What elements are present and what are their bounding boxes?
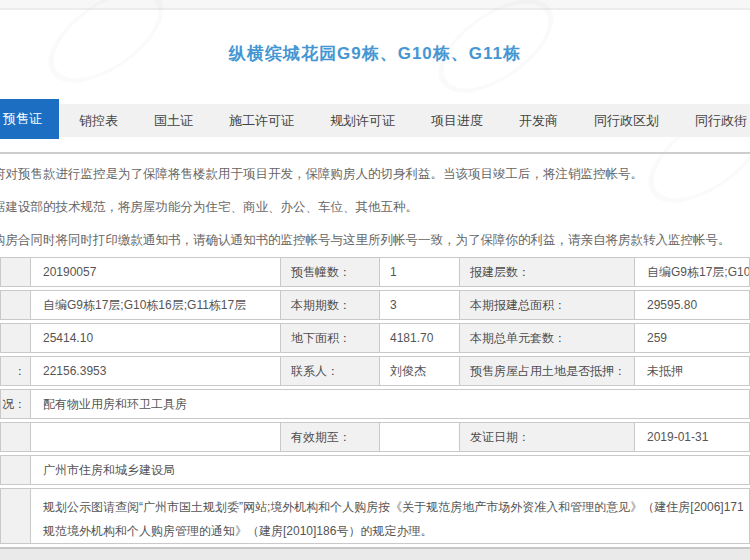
row-label-cell xyxy=(0,257,31,287)
row-label-cell xyxy=(0,488,31,544)
empty-value-cell xyxy=(30,422,281,452)
tab-presale-cert[interactable]: 预售证 xyxy=(0,99,59,139)
table-row: 广州市住房和城乡建设局 xyxy=(0,455,750,485)
tab-same-district[interactable]: 同行政区划 xyxy=(576,104,677,137)
issuing-authority-value: 广州市住房和城乡建设局 xyxy=(30,455,750,485)
tab-developer[interactable]: 开发商 xyxy=(501,104,576,137)
underground-area-label: 地下面积： xyxy=(280,323,380,353)
valid-until-label: 有效期至： xyxy=(280,422,380,452)
tab-bar: 预售证 销控表 国土证 施工许可证 规划许可证 项目进度 开发商 同行政区划 同… xyxy=(0,104,750,137)
other-notes-line2: 规范境外机构和个人购房管理的通知》（建房[2010]186号）的规定办理。 xyxy=(43,519,749,543)
tab-planning-permit[interactable]: 规划许可证 xyxy=(312,104,413,137)
content-divider xyxy=(0,152,750,154)
total-units-value: 259 xyxy=(634,323,750,353)
row-label-cell: ： xyxy=(0,356,31,386)
note-line: 府对预售款进行监控是为了保障将售楼款用于项目开发，保障购房人的切身利益。当该项目… xyxy=(0,166,750,182)
table-row: 25414.10 地下面积： 4181.70 本期总单元套数： 259 xyxy=(0,323,750,353)
issue-date-value: 2019-01-31 xyxy=(634,422,750,452)
reported-floors-value: 自编G9栋17层;G10栋 xyxy=(634,257,750,287)
presale-building-count-label: 预售幢数： xyxy=(280,257,380,287)
phase-total-area-label: 本期报建总面积： xyxy=(459,290,635,320)
presale-info-table: 20190057 预售幢数： 1 报建层数： 自编G9栋17层;G10栋 自编G… xyxy=(0,257,750,547)
row-label-cell: 况： xyxy=(0,389,31,419)
underground-area-value: 4181.70 xyxy=(379,323,460,353)
table-row: 20190057 预售幢数： 1 报建层数： 自编G9栋17层;G10栋 xyxy=(0,257,750,287)
phase-number-label: 本期期数： xyxy=(280,290,380,320)
phase-number-value: 3 xyxy=(379,290,460,320)
issue-date-label: 发证日期： xyxy=(459,422,635,452)
land-mortgage-label: 预售房屋占用土地是否抵押： xyxy=(459,356,635,386)
page-title: 纵横缤城花园G9栋、G10栋、G11栋 xyxy=(0,42,750,65)
tab-project-progress[interactable]: 项目进度 xyxy=(413,104,501,137)
row-label-cell xyxy=(0,323,31,353)
presale-area-value: 25414.10 xyxy=(30,323,281,353)
table-row: 规划公示图请查阅“广州市国土规划委”网站;境外机构和个人购房按《关于规范房地产市… xyxy=(0,488,750,544)
row-label-cell xyxy=(0,422,31,452)
other-notes-line1: 规划公示图请查阅“广州市国土规划委”网站;境外机构和个人购房按《关于规范房地产市… xyxy=(43,495,749,519)
land-mortgage-value: 未抵押 xyxy=(634,356,750,386)
phase-total-area-value: 29595.80 xyxy=(634,290,750,320)
note-line: 据建设部的技术规范，将房屋功能分为住宅、商业、办公、车位、其他五种。 xyxy=(0,199,750,215)
presale-building-count-value: 1 xyxy=(379,257,460,287)
presale-cert-no-value: 20190057 xyxy=(30,257,281,287)
bottom-band xyxy=(0,549,750,560)
table-row: 况： 配有物业用房和环卫工具房 xyxy=(0,389,750,419)
facilities-value: 配有物业用房和环卫工具房 xyxy=(30,389,750,419)
tab-sales-control-table[interactable]: 销控表 xyxy=(61,104,136,137)
tab-land-cert[interactable]: 国土证 xyxy=(136,104,211,137)
table-row: ： 22156.3953 联系人： 刘俊杰 预售房屋占用土地是否抵押： 未抵押 xyxy=(0,356,750,386)
contact-person-value: 刘俊杰 xyxy=(379,356,460,386)
note-line: 购房合同时将同时打印缴款通知书，请确认通知书的监控帐号与这里所列帐号一致，为了保… xyxy=(0,232,750,248)
table-row: 自编G9栋17层;G10栋16层;G11栋17层 本期期数： 3 本期报建总面积… xyxy=(0,290,750,320)
total-units-label: 本期总单元套数： xyxy=(459,323,635,353)
monitor-account-value: 22156.3953 xyxy=(30,356,281,386)
presale-floors-value: 自编G9栋17层;G10栋16层;G11栋17层 xyxy=(30,290,281,320)
monitoring-notes: 府对预售款进行监控是为了保障将售楼款用于项目开发，保障购房人的切身利益。当该项目… xyxy=(0,166,750,265)
page: 纵横缤城花园G9栋、G10栋、G11栋 预售证 销控表 国土证 施工许可证 规划… xyxy=(0,0,750,560)
contact-person-label: 联系人： xyxy=(280,356,380,386)
other-notes-value: 规划公示图请查阅“广州市国土规划委”网站;境外机构和个人购房按《关于规范房地产市… xyxy=(30,488,750,544)
row-label-cell xyxy=(0,290,31,320)
reported-floors-label: 报建层数： xyxy=(459,257,635,287)
tab-construction-permit[interactable]: 施工许可证 xyxy=(211,104,312,137)
valid-until-value xyxy=(379,422,460,452)
table-row: 有效期至： 发证日期： 2019-01-31 xyxy=(0,422,750,452)
row-label-cell xyxy=(0,455,31,485)
tab-same-street[interactable]: 同行政街 xyxy=(677,104,750,137)
